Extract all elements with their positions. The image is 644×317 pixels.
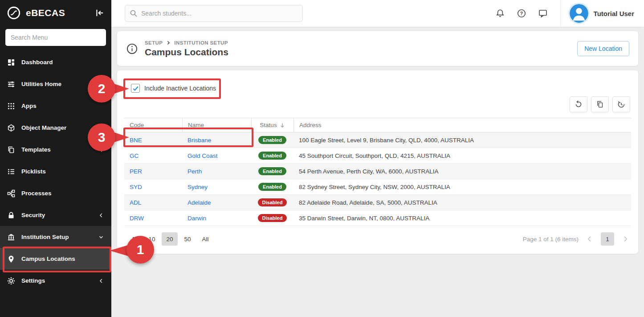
page-size-option[interactable]: All [197,232,213,246]
page-title: Campus Locations [145,47,228,58]
app-root: eBECAS Dashboard Utilities Home Apps [0,0,644,317]
location-name-link[interactable]: Perth [187,168,202,175]
page-number-button[interactable]: 1 [601,232,614,246]
breadcrumb-institution-setup[interactable]: INSTITUTION SETUP [174,40,228,45]
column-header-status[interactable]: Status [251,118,293,132]
column-header-code[interactable]: Code [124,118,182,132]
user-name: Tutorial User [594,10,634,17]
sort-desc-icon [279,122,285,128]
sidebar-item-utilities-home[interactable]: Utilities Home [0,73,111,95]
grid-toolbar [124,96,630,112]
student-search [125,5,303,22]
user-menu[interactable]: Tutorial User [561,4,644,23]
chevron-down-icon [98,234,104,240]
sidebar-item-object-manager[interactable]: Object Manager [0,117,111,139]
status-badge: Enabled [258,136,286,144]
location-code-link[interactable]: DRW [130,215,144,222]
bell-icon[interactable] [495,8,505,18]
page-info: Page 1 of 1 (6 items) [523,236,579,243]
sidebar-item-institution-setup[interactable]: Institution Setup [0,226,111,248]
page-size-selector: 5 10 20 50 All [126,232,213,246]
location-name-link[interactable]: Brisbane [187,137,211,144]
table-row: DRW Darwin Disabled 35 Darwin Street, Da… [124,210,631,226]
include-inactive-label[interactable]: Include Inactive Locations [144,85,216,92]
location-address: 82 Adelaide Road, Adelaide, SA, 5000, AU… [293,199,631,206]
column-label: Name [188,122,204,128]
utilities-icon [7,80,15,88]
gear-icon [7,277,15,285]
sidebar-nav: Dashboard Utilities Home Apps Object Man… [0,51,111,317]
chevron-left-icon [98,278,104,284]
sidebar-item-dashboard[interactable]: Dashboard [0,51,111,73]
table-row: BNE Brisbane Enabled 100 Eagle Street, L… [124,132,631,148]
templates-icon [7,146,15,154]
breadcrumb-setup[interactable]: SETUP [145,40,163,45]
sidebar-item-label: Settings [21,277,45,284]
next-page-icon[interactable] [621,235,629,243]
table-row: ADL Adelaide Disabled 82 Adelaide Road, … [124,195,631,210]
page-size-option[interactable]: 10 [144,232,160,246]
prev-page-icon[interactable] [586,235,594,243]
help-icon[interactable]: ? [517,8,526,18]
svg-text:?: ? [520,11,522,16]
sidebar-item-processes[interactable]: Processes [0,182,111,204]
search-icon [130,9,138,17]
location-code-link[interactable]: GC [130,152,139,159]
location-code-link[interactable]: SYD [130,184,142,190]
sidebar-item-security[interactable]: Security [0,204,111,226]
sidebar-item-label: Institution Setup [21,234,69,240]
sidebar-item-picklists[interactable]: Picklists [0,161,111,182]
page-content: SETUP INSTITUTION SETUP Campus Locations… [111,27,644,317]
include-inactive-checkbox[interactable] [131,84,140,93]
sidebar-item-label: Dashboard [21,59,53,66]
topbar: ? Tutorial User [111,0,644,27]
dashboard-icon [7,58,15,66]
location-code-link[interactable]: PER [130,168,142,175]
location-name-link[interactable]: Darwin [187,215,206,222]
avatar [570,4,588,23]
location-name-link[interactable]: Adelaide [187,199,211,206]
history-icon [617,100,625,108]
sidebar-item-label: Security [21,212,45,218]
column-header-name[interactable]: Name [182,118,251,132]
page-size-option[interactable]: 5 [126,232,142,246]
status-badge: Enabled [258,152,286,160]
location-code-link[interactable]: BNE [130,137,142,144]
history-button[interactable] [612,96,630,112]
collapse-sidebar-icon[interactable] [94,8,105,18]
location-code-link[interactable]: ADL [130,199,141,206]
column-header-address[interactable]: Address [293,118,631,132]
new-location-button[interactable]: New Location [577,41,629,56]
locations-table: Code Name Status Address BNE Brisbane En… [124,118,631,226]
column-label: Status [260,122,277,128]
info-icon [126,43,138,55]
refresh-button[interactable] [570,96,587,112]
lock-icon [7,211,15,219]
sidebar-item-label: Campus Locations [21,255,75,262]
location-name-link[interactable]: Sydney [187,184,208,190]
sidebar-item-apps[interactable]: Apps [0,95,111,117]
location-pin-icon [7,255,15,263]
sidebar-item-campus-locations[interactable]: Campus Locations [0,248,111,270]
status-badge: Enabled [258,183,286,191]
refresh-icon [575,100,583,108]
page-size-option[interactable]: 50 [179,232,196,246]
app-logo-text: eBECAS [26,8,65,18]
sidebar-item-label: Processes [21,190,52,197]
main-area: ? Tutorial User SETUP INSTITUTION [111,0,644,317]
table-row: PER Perth Enabled 54 Perth Avenue, Perth… [124,164,631,179]
student-search-input[interactable] [141,10,298,17]
include-inactive-row: Include Inactive Locations [124,77,631,95]
location-address: 45 Southport Circuit, Southport, QLD, 42… [293,152,631,159]
sidebar-item-templates[interactable]: Templates [0,139,111,161]
page-size-option[interactable]: 20 [162,232,178,246]
copy-button[interactable] [591,96,609,112]
sidebar-item-settings[interactable]: Settings [0,270,111,292]
ebecas-logo-icon [6,5,21,21]
sidebar-search-input[interactable] [5,29,106,46]
locations-card: Include Inactive Locations Code Name Sta… [117,70,638,254]
chevron-right-icon [166,40,171,45]
table-row: GC Gold Coast Enabled 45 Southport Circu… [124,148,631,164]
chat-icon[interactable] [538,8,548,18]
location-name-link[interactable]: Gold Coast [187,152,218,159]
